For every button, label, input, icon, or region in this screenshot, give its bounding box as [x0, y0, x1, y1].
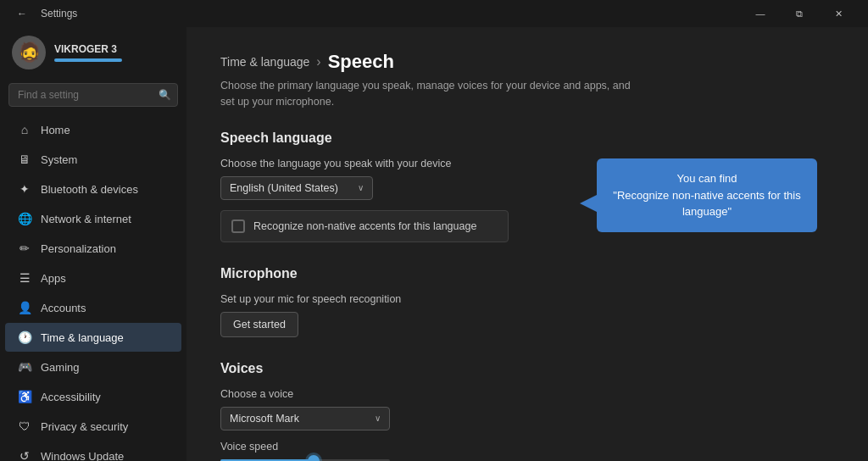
- sidebar-item-system[interactable]: 🖥 System: [5, 145, 181, 174]
- sidebar-item-bluetooth[interactable]: ✦ Bluetooth & devices: [5, 175, 181, 203]
- time-language-icon: 🕐: [17, 330, 32, 345]
- sidebar-item-gaming[interactable]: 🎮 Gaming: [5, 353, 181, 381]
- content: Time & language › Speech Choose the prim…: [186, 27, 868, 461]
- sidebar-item-label: Bluetooth & devices: [41, 183, 138, 196]
- sidebar-item-label: Time & language: [41, 331, 124, 344]
- voices-title: Voices: [220, 361, 834, 376]
- main-layout: 🧔 VIKROGER 3 🔍 ⌂ Home 🖥 System ✦ Bluetoo…: [0, 27, 868, 461]
- language-dropdown[interactable]: English (United States) ∨: [220, 176, 373, 200]
- back-button[interactable]: ←: [10, 2, 34, 25]
- network-icon: 🌐: [17, 211, 32, 226]
- callout-tooltip: You can find"Recognize non-native accent…: [597, 158, 817, 232]
- slider-thumb[interactable]: [308, 455, 320, 462]
- sidebar-item-privacy[interactable]: 🛡 Privacy & security: [5, 412, 181, 441]
- apps-icon: ☰: [17, 270, 32, 286]
- accent-checkbox[interactable]: [231, 219, 245, 233]
- titlebar-left: ← Settings: [10, 2, 77, 25]
- search-input[interactable]: [8, 83, 178, 107]
- accessibility-icon: ♿: [17, 389, 32, 404]
- voice-speed-container: Voice speed: [220, 441, 834, 462]
- bluetooth-icon: ✦: [17, 181, 32, 197]
- close-button[interactable]: ✕: [819, 0, 858, 27]
- sidebar-item-label: Privacy & security: [41, 420, 128, 433]
- app-title: Settings: [41, 8, 77, 19]
- system-icon: 🖥: [17, 152, 32, 167]
- personalization-icon: ✏: [17, 241, 32, 256]
- sidebar: 🧔 VIKROGER 3 🔍 ⌂ Home 🖥 System ✦ Bluetoo…: [0, 27, 186, 461]
- sidebar-item-label: Home: [41, 124, 70, 136]
- restore-button[interactable]: ⧉: [780, 0, 819, 27]
- voice-speed-label: Voice speed: [220, 441, 834, 453]
- breadcrumb-current: Speech: [328, 51, 394, 73]
- sidebar-item-label: Accessibility: [41, 391, 101, 403]
- accent-checkbox-row[interactable]: Recognize non-native accents for this la…: [220, 210, 509, 242]
- microphone-title: Microphone: [220, 266, 834, 281]
- voice-field-label: Choose a voice: [220, 388, 834, 400]
- sidebar-item-time-language[interactable]: 🕐 Time & language: [5, 323, 181, 352]
- titlebar-controls: — ⧉ ✕: [741, 0, 858, 27]
- microphone-section: Microphone Set up your mic for speech re…: [220, 266, 834, 337]
- microphone-description: Set up your mic for speech recognition: [220, 293, 834, 305]
- sidebar-item-label: Personalization: [41, 242, 116, 255]
- user-status-bar: [54, 58, 122, 62]
- accounts-icon: 👤: [17, 300, 32, 315]
- gaming-icon: 🎮: [17, 359, 32, 375]
- sidebar-item-network[interactable]: 🌐 Network & internet: [5, 204, 181, 233]
- sidebar-item-label: System: [41, 153, 77, 166]
- voice-dropdown[interactable]: Microsoft Mark ∨: [220, 407, 390, 430]
- user-name: VIKROGER 3: [54, 43, 122, 55]
- page-description: Choose the primary language you speak, m…: [220, 78, 644, 110]
- breadcrumb: Time & language › Speech: [220, 51, 834, 73]
- sidebar-item-windows-update[interactable]: ↺ Windows Update: [5, 442, 181, 461]
- minimize-button[interactable]: —: [741, 0, 780, 27]
- sidebar-item-label: Network & internet: [41, 213, 131, 225]
- titlebar: ← Settings — ⧉ ✕: [0, 0, 868, 27]
- search-box: 🔍: [8, 83, 178, 107]
- windows-update-icon: ↺: [17, 448, 32, 461]
- content-area: Time & language › Speech Choose the prim…: [186, 27, 868, 461]
- voices-section: Voices Choose a voice Microsoft Mark ∨ V…: [220, 361, 834, 462]
- breadcrumb-separator: ›: [316, 54, 320, 69]
- sidebar-item-home[interactable]: ⌂ Home: [5, 115, 181, 144]
- user-profile[interactable]: 🧔 VIKROGER 3: [0, 27, 186, 78]
- voice-chevron-icon: ∨: [375, 414, 381, 423]
- callout-text: You can find"Recognize non-native accent…: [613, 172, 800, 218]
- sidebar-item-personalization[interactable]: ✏ Personalization: [5, 234, 181, 263]
- home-icon: ⌂: [17, 122, 32, 137]
- sidebar-item-accessibility[interactable]: ♿ Accessibility: [5, 382, 181, 411]
- sidebar-item-label: Gaming: [41, 361, 80, 374]
- voice-dropdown-value: Microsoft Mark: [230, 413, 299, 425]
- sidebar-item-apps[interactable]: ☰ Apps: [5, 264, 181, 292]
- speech-language-title: Speech language: [220, 131, 834, 146]
- search-icon: 🔍: [159, 89, 171, 101]
- accent-checkbox-label: Recognize non-native accents for this la…: [253, 220, 476, 232]
- avatar: 🧔: [12, 36, 46, 69]
- sidebar-item-label: Windows Update: [41, 450, 124, 462]
- privacy-icon: 🛡: [17, 419, 32, 434]
- sidebar-item-label: Apps: [41, 272, 66, 285]
- language-dropdown-value: English (United States): [230, 182, 338, 194]
- sidebar-item-label: Accounts: [41, 302, 86, 314]
- callout-arrow: [580, 195, 597, 212]
- sidebar-item-accounts[interactable]: 👤 Accounts: [5, 293, 181, 322]
- user-info: VIKROGER 3: [54, 43, 122, 62]
- get-started-button[interactable]: Get started: [220, 312, 298, 337]
- breadcrumb-parent[interactable]: Time & language: [220, 55, 309, 69]
- chevron-down-icon: ∨: [358, 183, 364, 192]
